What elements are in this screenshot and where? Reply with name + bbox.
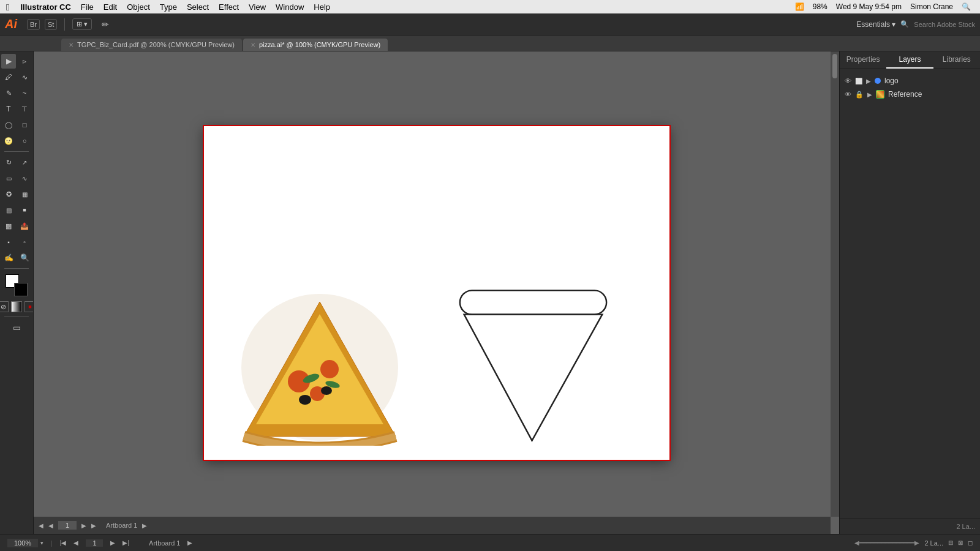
scroll-nav-prev[interactable]: ◀ bbox=[48, 522, 53, 529]
horizontal-scrollbar[interactable]: ◀ ◀ ▶ ▶ Artboard 1 ▶ bbox=[34, 517, 831, 534]
direct-select-tool[interactable]: ▹ bbox=[17, 54, 32, 69]
menu-help[interactable]: Help bbox=[309, 2, 335, 12]
workspace-switcher[interactable]: ⊞ ▾ bbox=[72, 18, 92, 30]
layer-lock-logo[interactable]: ⬜ bbox=[855, 78, 862, 84]
tab-close-biz[interactable]: ✕ bbox=[69, 42, 74, 48]
menu-select[interactable]: Select bbox=[182, 2, 214, 12]
curvature-tool[interactable]: ∿ bbox=[17, 70, 32, 84]
column-graph-tool[interactable]: ▦ bbox=[17, 187, 32, 201]
artboard-page-input[interactable] bbox=[86, 539, 103, 547]
slice-tool[interactable]: ▫ bbox=[17, 234, 32, 249]
status-right: ◀━━━━━━━━━━━━━━━▶ 2 La... ⊟ ⊠ ◻ bbox=[854, 539, 973, 547]
tab-label-pizza: pizza.ai* @ 100% (CMYK/GPU Preview) bbox=[259, 41, 380, 48]
status-separator: | bbox=[51, 539, 53, 547]
layer-row-logo[interactable]: 👁 ⬜ ▶ logo bbox=[840, 74, 980, 88]
tab-label-biz: TGPC_Biz_Card.pdf @ 200% (CMYK/GPU Previ… bbox=[77, 41, 235, 48]
menu-window[interactable]: Window bbox=[271, 2, 309, 12]
bridge-button[interactable]: Br bbox=[27, 19, 40, 30]
layer-expand-reference[interactable]: ▶ bbox=[867, 91, 872, 98]
essentials-label[interactable]: Essentials ▾ bbox=[856, 20, 895, 29]
svg-marker-11 bbox=[464, 314, 602, 440]
username: Simon Crane bbox=[910, 2, 953, 11]
vertical-scrollbar[interactable] bbox=[831, 51, 839, 517]
search-stock-icon[interactable]: 🔍 bbox=[900, 20, 909, 28]
pencil-tool[interactable]: ✏ bbox=[97, 16, 114, 33]
layer-color-logo bbox=[875, 78, 881, 84]
panel-toggle-3[interactable]: ◻ bbox=[968, 539, 973, 546]
scroll-right-icon[interactable]: ▶ bbox=[91, 522, 96, 529]
search-icon[interactable]: 🔍 bbox=[962, 2, 971, 11]
zoom-tool[interactable]: 🔍 bbox=[17, 250, 32, 265]
free-transform-tool[interactable]: ▭ bbox=[1, 171, 16, 186]
nav-prev[interactable]: ◀ bbox=[74, 539, 78, 546]
blob-brush-tool[interactable]: ○ bbox=[17, 133, 32, 148]
layer-row-reference[interactable]: 👁 🔒 ▶ Reference bbox=[840, 88, 980, 101]
pen-tool[interactable]: 🖊 bbox=[1, 70, 16, 84]
type-tool[interactable]: T bbox=[1, 102, 16, 116]
eyedropper-tool[interactable]: 📤 bbox=[17, 219, 32, 233]
canvas-area[interactable]: ◀ ◀ ▶ ▶ Artboard 1 ▶ bbox=[34, 51, 839, 534]
artboard-nav[interactable]: ▶ bbox=[142, 522, 147, 529]
artboard-name: Artboard 1 bbox=[149, 539, 180, 547]
tab-layers[interactable]: Layers bbox=[886, 51, 933, 69]
warp-tool[interactable]: ∿ bbox=[17, 171, 32, 186]
ellipse-tool[interactable]: ◯ bbox=[1, 118, 16, 132]
stock-button[interactable]: St bbox=[45, 19, 57, 30]
artboard-nav-icon[interactable]: ▶ bbox=[187, 539, 192, 546]
layer-name-reference: Reference bbox=[888, 90, 922, 99]
tab-properties[interactable]: Properties bbox=[840, 51, 886, 69]
zoom-dropdown[interactable]: ▾ bbox=[40, 540, 43, 546]
mesh-tool[interactable]: ▤ bbox=[1, 203, 16, 217]
none-icon[interactable]: ⊘ bbox=[0, 301, 9, 312]
rect-tool[interactable]: □ bbox=[17, 118, 32, 132]
panel-toggle-1[interactable]: ⊟ bbox=[948, 539, 953, 546]
menu-file[interactable]: File bbox=[76, 2, 99, 12]
gradient-icon[interactable] bbox=[11, 301, 22, 312]
menu-view[interactable]: View bbox=[244, 2, 271, 12]
stroke-color[interactable] bbox=[14, 283, 28, 296]
scroll-left-icon[interactable]: ◀ bbox=[39, 522, 43, 529]
tools-panel: ▶ ▹ 🖊 ∿ ✎ ~ T ⊤ ◯ □ 🌝 ○ ↻ ↗ ▭ ∿ bbox=[0, 51, 34, 534]
color-boxes bbox=[6, 274, 28, 296]
layer-visibility-reference[interactable]: 👁 bbox=[845, 91, 851, 98]
svg-rect-10 bbox=[459, 290, 606, 314]
shape-builder-tool[interactable]: ■ bbox=[17, 203, 32, 217]
artboard-tool[interactable]: ▪ bbox=[1, 234, 16, 249]
smooth-tool[interactable]: ~ bbox=[17, 86, 32, 100]
scale-tool[interactable]: ↗ bbox=[17, 155, 32, 170]
panel-toggle-2[interactable]: ⊠ bbox=[958, 539, 963, 546]
layer-lock-reference[interactable]: 🔒 bbox=[855, 91, 864, 99]
menu-effect[interactable]: Effect bbox=[214, 2, 244, 12]
zoom-input[interactable] bbox=[7, 539, 38, 547]
tab-libraries[interactable]: Libraries bbox=[933, 51, 980, 69]
nav-last[interactable]: ▶| bbox=[123, 539, 129, 546]
scroll-nav-next[interactable]: ▶ bbox=[81, 522, 86, 529]
tab-close-pizza[interactable]: ✕ bbox=[251, 42, 255, 48]
apple-menu[interactable]:  bbox=[0, 2, 15, 12]
paintbrush-tool[interactable]: 🌝 bbox=[1, 133, 16, 148]
tab-pizza[interactable]: ✕ pizza.ai* @ 100% (CMYK/GPU Preview) bbox=[243, 39, 388, 51]
rotate-tool[interactable]: ↻ bbox=[1, 155, 16, 170]
pencil-sketch-tool[interactable]: ✎ bbox=[1, 86, 16, 100]
hand-tool[interactable]: ✍ bbox=[1, 250, 16, 265]
menu-object[interactable]: Object bbox=[122, 2, 155, 12]
layer-visibility-logo[interactable]: 👁 bbox=[845, 77, 851, 84]
zoom-control: ▾ bbox=[7, 539, 43, 547]
symbol-sprayer-tool[interactable]: ✪ bbox=[1, 187, 16, 201]
select-tool[interactable]: ▶ bbox=[1, 54, 16, 69]
panel-content: 👁 ⬜ ▶ logo 👁 🔒 ▶ Reference bbox=[840, 69, 980, 519]
nav-next[interactable]: ▶ bbox=[110, 539, 115, 546]
svg-point-6 bbox=[299, 395, 311, 405]
layers-panel-count: 2 La... bbox=[924, 539, 943, 547]
page-number-input[interactable] bbox=[58, 521, 77, 530]
menu-edit[interactable]: Edit bbox=[99, 2, 122, 12]
nav-first[interactable]: |◀ bbox=[60, 539, 67, 546]
tab-biz-card[interactable]: ✕ TGPC_Biz_Card.pdf @ 200% (CMYK/GPU Pre… bbox=[61, 39, 242, 51]
drawing-modes[interactable]: ▭ bbox=[6, 320, 28, 335]
layer-expand-logo[interactable]: ▶ bbox=[866, 78, 871, 84]
gradient-tool[interactable]: ▩ bbox=[1, 219, 16, 233]
type-vertical-tool[interactable]: ⊤ bbox=[17, 102, 32, 116]
tool-separator-2 bbox=[4, 268, 29, 269]
pattern-icon[interactable]: ■ bbox=[24, 301, 34, 312]
menu-type[interactable]: Type bbox=[155, 2, 182, 12]
